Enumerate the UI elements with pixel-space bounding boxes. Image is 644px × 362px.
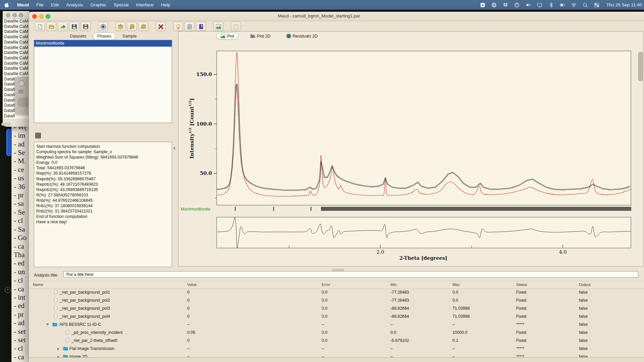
table-row[interactable]: _riet_par_background_pol400.0-86.8266471… [29, 312, 644, 320]
datafile-list-item[interactable]: Datafile CaMo [3, 61, 30, 66]
battery-icon[interactable] [560, 2, 566, 8]
analysis-title-input[interactable] [63, 271, 638, 278]
control-center-icon[interactable] [594, 2, 600, 8]
datafile-list-item[interactable]: Datafi [3, 114, 30, 119]
menu-item-maud[interactable]: Maud [17, 2, 29, 7]
inactive-minimize-button[interactable] [12, 13, 17, 17]
calculator-button[interactable] [184, 22, 195, 31]
datafile-list-item[interactable]: Datafile CaMo [3, 19, 30, 24]
title-bar[interactable]: Maud - camo8_bgmn_Model_starting1.par [29, 12, 644, 21]
table-row[interactable]: _riet_par_2-theta_offset000.0-5.6791020.… [29, 337, 644, 345]
table-row[interactable]: _riet_par_background_pol200.0-77.264830.… [29, 296, 644, 304]
help-button[interactable]: ? [231, 22, 241, 31]
column-header-max[interactable]: Max [452, 283, 460, 287]
tab-datasets[interactable]: Datasets [66, 33, 90, 40]
menu-item-analysis[interactable]: Analysis [66, 2, 83, 7]
column-header-output[interactable]: Output [579, 283, 591, 287]
datafile-list-item[interactable]: Datafile CaMo [3, 56, 30, 61]
inactive-close-button[interactable] [6, 13, 10, 17]
chart-button[interactable] [213, 22, 223, 31]
table-row[interactable]: _riet_par_background_pol100.0-77.264830.… [29, 288, 644, 296]
compass-button[interactable] [98, 22, 108, 31]
plot-tab-plot-2d[interactable]: Plot 2D [247, 33, 274, 39]
datafile-list-item[interactable]: Datafile CaMo [3, 40, 30, 45]
datafile-list-item[interactable]: Datafile CaMo [3, 35, 30, 40]
parameter-icon [54, 290, 58, 296]
output-log[interactable]: Start rita/rista function computationCom… [34, 142, 172, 267]
notebook-button[interactable] [196, 22, 206, 31]
dock-blue-bar[interactable] [6, 129, 12, 156]
menu-item-help[interactable]: Help [161, 2, 170, 7]
menu-item-interface[interactable]: Interface [136, 2, 154, 7]
datafile-list-item[interactable]: Datafile CaMo [3, 24, 30, 29]
column-header-name[interactable]: Name [33, 283, 43, 287]
shell-icon[interactable] [514, 2, 520, 8]
new-document-button[interactable] [35, 22, 45, 31]
app-window-icon[interactable] [480, 2, 486, 8]
stop-button[interactable] [35, 133, 41, 138]
delete-x-button[interactable] [156, 22, 166, 31]
wifi-icon[interactable] [571, 2, 577, 8]
column-header-status[interactable]: Status [516, 283, 527, 287]
tab-sample[interactable]: Sample [118, 33, 141, 40]
tab-phases[interactable]: Phases [93, 33, 116, 40]
database-in-button[interactable] [138, 22, 148, 31]
menu-item-edit[interactable]: Edit [51, 2, 59, 7]
diffraction-plot[interactable]: 150.0100.050.0Intensity1/2 [Count1/2]2.0… [178, 31, 643, 266]
palette-grid-icon[interactable] [18, 89, 23, 94]
table-row[interactable]: APS BESSRC 11-ID-C––––*****false [29, 320, 644, 328]
redo-arrow-button[interactable] [58, 22, 68, 31]
column-header-value[interactable]: Value [187, 283, 197, 287]
datafile-list-item[interactable]: Datafile CaMo [3, 29, 30, 35]
datafile-list-item[interactable]: Datafile CaMo [3, 71, 30, 77]
spotlight-search-icon[interactable] [583, 2, 588, 8]
globe-icon[interactable] [491, 2, 497, 8]
collapse-arrow-icon[interactable] [46, 323, 49, 325]
menu-bar: MaudFileEditAnalysisGraphicSpecialInterf… [0, 0, 644, 10]
document-outline-item: - sa [14, 199, 30, 208]
dropbox-icon[interactable] [503, 2, 508, 8]
menubar-clock[interactable]: Thu 25 Sep 11:40 [606, 2, 642, 7]
background-scroll-pill[interactable] [1, 123, 11, 126]
save-all-floppy-button[interactable] [80, 22, 91, 31]
datafile-list-item[interactable]: Datafile CaMo [3, 50, 30, 56]
menu-item-graphic[interactable]: Graphic [91, 2, 106, 7]
phase-list-item-selected[interactable]: Montmorillonite [34, 40, 172, 47]
expand-arrow-icon[interactable] [57, 348, 59, 350]
inactive-traffic-lights[interactable] [6, 13, 23, 17]
log-line: Rwpnb1(%): 48.16721076483623 [34, 182, 172, 187]
vertical-splitter-handle[interactable] [173, 146, 175, 150]
save-floppy-button[interactable] [69, 22, 79, 31]
zoom-button[interactable] [46, 14, 50, 19]
lightbulb-button[interactable] [173, 22, 183, 31]
phase-label[interactable]: Montmorillonite [181, 206, 210, 212]
datafile-list-item[interactable]: Datafile CaMo [3, 45, 30, 51]
inactive-zoom-button[interactable] [19, 13, 23, 17]
datafile-list-item[interactable]: Datafile CaMo [3, 66, 30, 71]
menu-item-file[interactable]: File [36, 2, 44, 7]
zoom-plus-icon[interactable]: + [5, 287, 11, 293]
column-header-error[interactable]: Error [322, 283, 330, 287]
column-header-min[interactable]: Min [390, 283, 397, 287]
table-row[interactable]: Flat Image Transmission––––*****false [29, 345, 644, 353]
phases-list[interactable]: Montmorillonite [34, 40, 172, 123]
bluetooth-icon[interactable] [548, 2, 554, 8]
cube-button[interactable] [115, 22, 125, 31]
table-row[interactable]: _pd_proc_intensity_incident0.050.00.0100… [29, 328, 644, 337]
apple-menu-icon[interactable] [5, 2, 10, 7]
palette-button[interactable] [17, 98, 30, 107]
mute-speaker-icon[interactable] [526, 2, 531, 8]
display-icon[interactable] [537, 2, 543, 8]
horizontal-splitter-handle[interactable] [332, 269, 344, 271]
plot-tab-plot[interactable]: Plot [217, 33, 238, 40]
close-button[interactable] [32, 14, 37, 19]
palette-circle-icon[interactable] [18, 80, 25, 86]
table-row[interactable]: _riet_par_background_pol300.0-86.8266471… [29, 304, 644, 312]
database-out-button[interactable] [127, 22, 137, 31]
plot-tab-label: Residuals 2D [293, 34, 318, 39]
minimize-button[interactable] [39, 14, 44, 19]
document-outline-item: - set [14, 327, 30, 336]
menu-item-special[interactable]: Special [114, 2, 128, 7]
plot-tab-residuals-2d[interactable]: Residuals 2D [283, 33, 321, 39]
open-folder-button[interactable] [46, 22, 56, 31]
